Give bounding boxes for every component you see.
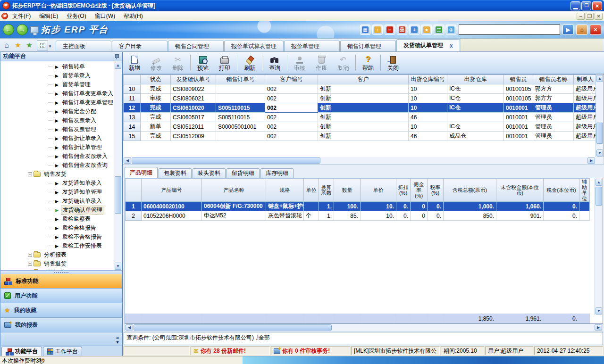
mdi-restore-button[interactable]: ❐ [586, 13, 594, 20]
org-chart-icon[interactable]: 品 [397, 25, 407, 35]
table-row[interactable]: 11审核CSI0806021002创新10IC仓00100105郭方方超级用户 [124, 94, 597, 103]
tree-scrollbar[interactable]: ▲ ▼ [114, 61, 122, 270]
tree-item-销售折让单管理[interactable]: ▶销售折让单管理 [0, 143, 114, 152]
scroll-thumb[interactable] [596, 123, 603, 144]
mdi-close-button[interactable]: × [595, 13, 603, 20]
tree-item-系统设定[interactable]: +系统设定 [0, 268, 114, 270]
scroll-thumb[interactable] [115, 176, 121, 214]
master-grid-vscrollbar[interactable]: ▲ ▼ [596, 74, 604, 157]
tree-item-销售退货[interactable]: +销售退货 [0, 259, 114, 268]
menu-item-1[interactable]: 编辑(E) [35, 11, 62, 21]
column-header-数量[interactable]: 数量 [334, 179, 361, 202]
tree-item-销售佣金发放录入[interactable]: ▶销售佣金发放录入 [0, 152, 114, 161]
table-row[interactable]: 12完成CSI0610020S005110015002创新10IC仓001000… [124, 103, 597, 113]
tree-item-留货单管理[interactable]: ▶留货单管理 [0, 80, 114, 89]
column-header-出货仓库编号[interactable]: 出货仓库编号 [409, 75, 447, 84]
tree-item-销售发票管理[interactable]: ▶销售发票管理 [0, 125, 114, 134]
layout-dropdown-arrow[interactable]: ▼ [48, 44, 54, 49]
tab-销售合同管理[interactable]: 销售合同管理 [168, 41, 224, 51]
tab-销售订单管理[interactable]: 销售订单管理 [340, 41, 396, 51]
scroll-thumb[interactable] [134, 324, 332, 331]
more-panels-chevron[interactable]: »▾ [116, 336, 119, 344]
expand-icon[interactable]: + [28, 253, 32, 257]
detail-grid-vscrollbar[interactable]: ▲ ▼ [595, 178, 603, 315]
scroll-left-button[interactable]: ◀ [124, 157, 131, 164]
column-header-佣金率(%)[interactable]: 佣金率 (%) [411, 179, 428, 202]
tree-item-销售佣金发放查询[interactable]: ▶销售佣金发放查询 [0, 161, 114, 170]
column-header-销售员[interactable]: 销售员 [504, 75, 533, 84]
panel-我的收藏[interactable]: ★我的收藏 [0, 303, 122, 318]
scroll-up-button[interactable]: ▲ [115, 62, 121, 69]
table-row[interactable]: 14新单CSI0512011S00005001001002创新10IC仓0010… [124, 122, 597, 132]
panel-我的报表[interactable]: 我的报表 [0, 318, 122, 332]
mdi-minimize-button[interactable]: – [577, 13, 585, 20]
tree-item-发货通知单录入[interactable]: ▶发货通知单录入 [0, 179, 114, 188]
detail-grid-hscrollbar[interactable]: ◀ ▶ [125, 324, 603, 331]
notebook-icon[interactable]: ≡ [385, 25, 395, 35]
column-header-制单人[interactable]: 制单人 [574, 75, 597, 84]
column-header-发货确认单号[interactable]: 发货确认单号 [171, 75, 216, 84]
menu-item-0[interactable]: 文件(F) [8, 11, 35, 21]
home-icon[interactable]: ⌂ [1, 40, 12, 50]
column-header-状态[interactable]: 状态 [141, 75, 171, 84]
column-header-销售订单号[interactable]: 销售订单号 [216, 75, 265, 84]
table-row[interactable]: 15完成CSI0512009002创新46成品仓0010001管理员超级用户 [124, 132, 597, 141]
close-button[interactable]: × [592, 1, 602, 10]
帮助-button[interactable]: ?帮助 [357, 53, 379, 73]
table-row[interactable]: 201052206H0000申达M52灰色带齿滚轮个1.85.10.0.00.8… [126, 211, 590, 221]
mail-status[interactable]: ✉ 你有 28 份新邮件! [191, 347, 270, 355]
layout-grid-button[interactable] [37, 40, 48, 50]
column-header-客户编号[interactable]: 客户编号 [265, 75, 318, 84]
detail-tab-包装资料[interactable]: 包装资料 [159, 168, 192, 178]
scroll-up-button[interactable]: ▲ [596, 179, 602, 186]
scroll-down-button[interactable]: ▼ [596, 307, 602, 314]
刷新-button[interactable]: 刷新 [239, 53, 260, 73]
column-header-单价[interactable]: 单价 [361, 179, 396, 202]
column-header-税金(本位币)[interactable]: 税金(本位币) [544, 179, 579, 202]
banner-close-button[interactable]: × [590, 25, 601, 35]
column-header-产品名称[interactable]: 产品名称 [202, 179, 266, 202]
tab-主控面板[interactable]: 主控面板 [56, 41, 111, 51]
tab-发货确认单管理[interactable]: 发货确认单管理x [396, 39, 460, 51]
tree-item-发货确认单录入[interactable]: ▶发货确认单录入 [0, 197, 114, 206]
scroll-thumb[interactable] [596, 187, 602, 206]
back-button[interactable]: ← [3, 24, 14, 35]
tree-item-质检不合格报告[interactable]: ▶质检不合格报告 [0, 232, 114, 241]
column-header-产品编号[interactable]: 产品编号 [142, 179, 202, 202]
scroll-thumb[interactable] [132, 157, 320, 164]
detail-tab-留货明细[interactable]: 留货明细 [226, 168, 260, 178]
预览-button[interactable]: 预览 [192, 53, 214, 73]
tab-报价单管理[interactable]: 报价单管理 [284, 41, 340, 51]
restore-button[interactable] [581, 1, 591, 10]
tree-item-发货确认单管理[interactable]: ▶发货确认单管理 [0, 206, 114, 215]
folder-export-icon[interactable]: ↑ [372, 25, 383, 35]
collapse-icon[interactable]: − [28, 172, 32, 176]
sidebar-tab-工作平台[interactable]: 工作平台 [43, 347, 82, 356]
tree-item-销售订单变更单录入[interactable]: ▶销售订单变更单录入 [0, 89, 114, 98]
table-row[interactable]: 1060040002010006004创新 F/G:730000键盘+鼠标+护套… [126, 202, 590, 211]
panel-用户功能[interactable]: ✓用户功能 [0, 289, 122, 303]
column-header-辅助单位[interactable]: 辅助 单位 [579, 179, 590, 202]
tree-item-质检工作安排表[interactable]: ▶质检工作安排表 [0, 241, 114, 250]
tree-item-销售定金分配[interactable]: ▶销售定金分配 [0, 107, 114, 116]
audit-status[interactable]: 你有 0 件审核事务! [271, 347, 350, 355]
favorites-icon[interactable]: ★ [421, 25, 432, 35]
detail-tab-库存明细[interactable]: 库存明细 [260, 168, 294, 178]
sidebar-tab-功能平台[interactable]: 功能平台 [1, 347, 42, 356]
tree-item-销售订单变更单管理[interactable]: ▶销售订单变更单管理 [0, 98, 114, 107]
contacts-icon[interactable]: ☷ [434, 25, 444, 35]
新增-button[interactable]: 新增 [124, 53, 145, 73]
关闭-button[interactable]: 关闭 [382, 53, 404, 73]
tree-item-销售转单[interactable]: ▶销售转单 [0, 62, 114, 71]
detail-tab-产品明细[interactable]: 产品明细 [125, 167, 158, 178]
scroll-down-button[interactable]: ▼ [596, 149, 603, 157]
tree-item-销售发货[interactable]: −销售发货 [0, 170, 114, 179]
column-header-折扣(%)[interactable]: 折扣 (%) [396, 179, 411, 202]
tab-报价单试算表管理[interactable]: 报价单试算表管理 [224, 41, 284, 51]
home-nav-button[interactable]: ⌂ [576, 25, 587, 35]
column-header-含税总额(原币)[interactable]: 含税总额(原币) [444, 179, 496, 202]
expand-icon[interactable]: + [28, 262, 32, 266]
folder-add-icon[interactable]: + [409, 25, 419, 35]
scroll-right-button[interactable]: ▶ [587, 157, 595, 164]
minimize-button[interactable]: ▬ [570, 1, 580, 10]
